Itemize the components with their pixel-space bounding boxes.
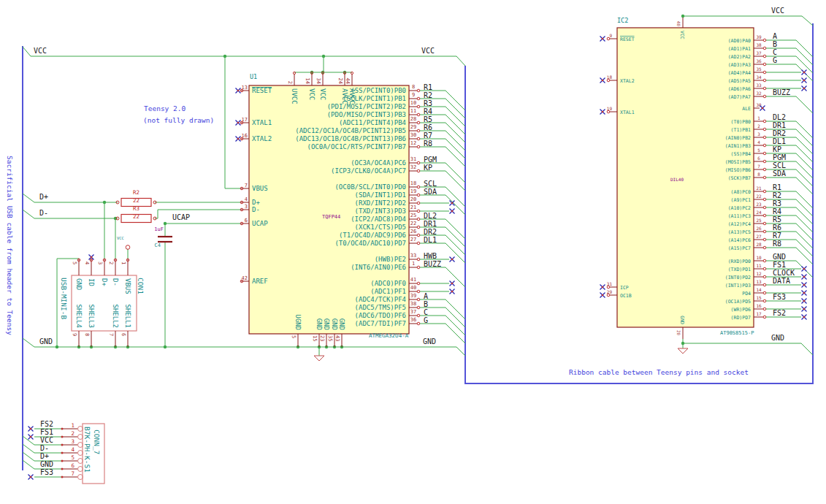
- net-label: DL1: [773, 137, 786, 145]
- pin-name: VBUS: [124, 278, 131, 294]
- bus-entry: [445, 139, 465, 159]
- pin-name: XTAL2: [252, 135, 272, 142]
- pin-end: [763, 246, 766, 249]
- pin-number: 28: [410, 116, 416, 122]
- bus-entry: [23, 436, 34, 445]
- pin-name: GND: [331, 318, 338, 330]
- pin-end: [763, 238, 766, 241]
- pin-name: D+: [252, 199, 260, 206]
- wire: [155, 210, 241, 218]
- connector-value: USB-MINI-B: [60, 278, 68, 319]
- pin-end: [803, 88, 806, 90]
- net-label: FS1: [40, 428, 53, 436]
- pin-number: 17: [242, 117, 248, 123]
- pin-number: 2: [757, 123, 760, 129]
- pin-name: XTAL2: [620, 78, 635, 84]
- pin-name: (ADC13/OC1B/OC4B/PCINT13)PB6: [295, 135, 406, 142]
- net-label: G: [773, 56, 777, 64]
- pin-name: (A11)PC3: [728, 213, 751, 219]
- pin-name: (ADC0)PF0: [370, 280, 406, 287]
- bus-entry: [445, 219, 465, 239]
- note-teensy-line2: (not fully drawn): [143, 116, 214, 124]
- bus-entry: [445, 163, 465, 183]
- note-teensy-line1: Teensy 2.0: [144, 104, 186, 112]
- ground-symbol: [314, 356, 324, 361]
- pin-number: 2: [71, 430, 74, 437]
- pin-end: [607, 286, 610, 289]
- net-label-gnd-right: GND: [423, 337, 436, 345]
- pin-end: [417, 121, 420, 124]
- pin-end: [417, 290, 420, 293]
- junction-dot: [681, 15, 684, 18]
- pin-name: PD4: [742, 291, 751, 297]
- pin-number: 39: [756, 34, 762, 39]
- pin-end: [763, 291, 766, 294]
- pin-name: (AD0)PA0: [728, 38, 751, 44]
- pin-number: 19: [607, 106, 613, 111]
- pin-number: 12: [756, 271, 762, 276]
- pin-end: [763, 176, 766, 179]
- bus-entry: [23, 460, 34, 469]
- pin-number: 11: [410, 108, 416, 114]
- pin-name: ICP: [620, 285, 629, 291]
- wire: [23, 194, 118, 202]
- bus-entry: [796, 161, 813, 178]
- pin-name: UCAP: [252, 220, 268, 227]
- pin-number: 27: [410, 237, 416, 243]
- pin-name: (A14)PC6: [728, 237, 751, 243]
- pin-end: [293, 72, 295, 74]
- bus-entry: [796, 153, 813, 170]
- pin-number: 4: [245, 196, 248, 202]
- bus-entry: [796, 224, 813, 240]
- pin-end: [451, 259, 454, 261]
- pin-name: (MISO)PB6: [725, 167, 751, 173]
- pin-end: [417, 202, 420, 205]
- junction-dot: [681, 342, 684, 345]
- pin-name: (ADC5/TMS)PF5: [355, 304, 406, 311]
- pin-end: [351, 72, 353, 74]
- pin-end: [61, 468, 64, 470]
- pin-name: ALE: [742, 106, 751, 112]
- pin-end: [602, 38, 604, 40]
- pin-end: [417, 89, 420, 92]
- bus-entry: [445, 227, 465, 247]
- pin-number: 24: [756, 210, 762, 215]
- pin-name: (INT0)PD2: [725, 275, 751, 280]
- pin-end: [602, 294, 604, 297]
- pin-name: (T1/OC4D/ADC9)PD6: [339, 232, 406, 239]
- pin-name: RESET: [252, 87, 272, 94]
- net-label: R8: [773, 240, 781, 248]
- pin-name: GND: [679, 316, 685, 324]
- pin-end: [417, 306, 420, 309]
- bus-entry: [23, 444, 34, 453]
- pin-end: [417, 186, 420, 188]
- pin-end: [417, 234, 420, 237]
- pin-end: [763, 299, 766, 302]
- pin-number: 7: [757, 164, 760, 169]
- bus-entry: [445, 99, 465, 118]
- net-label: KP: [424, 164, 432, 172]
- net-label: FS3: [773, 293, 786, 301]
- net-label: D-: [40, 444, 49, 452]
- pin-end: [237, 138, 240, 140]
- pin-end: [602, 111, 604, 113]
- bus-entry: [445, 171, 465, 191]
- pin-number: 12: [410, 140, 416, 146]
- pin-number: 1: [121, 261, 126, 264]
- pin-end: [763, 87, 766, 90]
- bus-entry: [796, 40, 813, 57]
- pin-end: [763, 198, 766, 201]
- net-label: R7: [773, 232, 781, 240]
- pin-name: GND: [316, 318, 323, 330]
- bus-entry: [796, 48, 813, 65]
- ic2-ref: IC2: [617, 17, 628, 24]
- net-label: R6: [773, 224, 781, 232]
- bus-entry: [796, 56, 813, 73]
- pin-end: [417, 145, 420, 148]
- pin-end: [417, 161, 420, 164]
- net-label: R1: [424, 83, 432, 91]
- pin-number: 8: [412, 84, 415, 90]
- pin-number: 21: [756, 186, 762, 191]
- bus-entry: [796, 137, 813, 154]
- wire: [23, 210, 118, 218]
